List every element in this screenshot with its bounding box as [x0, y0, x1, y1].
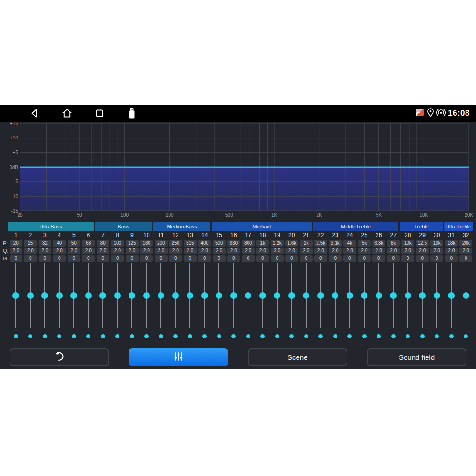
channel-dot[interactable] — [144, 334, 149, 338]
slider-knob[interactable] — [129, 292, 135, 299]
channel-dot[interactable] — [231, 334, 236, 338]
channel-dot[interactable] — [28, 334, 32, 338]
slider-knob[interactable] — [85, 292, 92, 299]
slider-knob[interactable] — [448, 292, 455, 299]
slider-knob[interactable] — [27, 292, 34, 299]
slider-knob[interactable] — [332, 292, 338, 299]
slider-knob[interactable] — [376, 292, 382, 299]
channel-dot[interactable] — [435, 334, 439, 338]
slider-knob[interactable] — [187, 292, 193, 299]
channel-dot[interactable] — [318, 334, 323, 338]
channel-dot[interactable] — [14, 334, 18, 338]
slider-knob[interactable] — [347, 292, 353, 299]
slider-knob[interactable] — [56, 292, 63, 299]
gain-chip: 0 — [459, 255, 472, 262]
slider-knob[interactable] — [463, 292, 469, 299]
scene-button[interactable]: Scene — [248, 348, 347, 366]
channel-dot[interactable] — [57, 334, 61, 338]
slider-knob[interactable] — [245, 292, 251, 299]
channel-dot[interactable] — [202, 334, 207, 338]
slider-knob[interactable] — [216, 292, 222, 299]
channel-dot[interactable] — [406, 334, 410, 338]
channel-dot[interactable] — [43, 334, 47, 338]
channel-number: 3 — [43, 232, 47, 238]
slider-knob[interactable] — [303, 292, 309, 299]
slider-knob[interactable] — [172, 292, 179, 299]
channel-dot[interactable] — [275, 334, 279, 338]
slider-knob[interactable] — [114, 292, 121, 299]
frequency-chip: 2k — [300, 240, 313, 247]
home-icon[interactable] — [61, 107, 73, 119]
channel-dot[interactable] — [420, 334, 425, 338]
band-button[interactable]: Treble — [400, 222, 443, 231]
q-chip: 2.0 — [184, 248, 197, 254]
usb-icon[interactable] — [126, 107, 138, 119]
band-button[interactable]: Bass — [95, 222, 152, 231]
channel-dot[interactable] — [260, 334, 265, 338]
slider-knob[interactable] — [434, 292, 440, 299]
gain-row-label: G: — [3, 256, 9, 261]
channel-dot[interactable] — [188, 334, 192, 338]
channel-dot[interactable] — [101, 334, 105, 338]
channel-dot[interactable] — [289, 334, 294, 338]
gain-chip: 0 — [184, 255, 197, 262]
channel-dot[interactable] — [173, 334, 178, 338]
slider-knob[interactable] — [99, 292, 106, 299]
channel-dot[interactable] — [72, 334, 76, 338]
gain-slider — [415, 263, 430, 328]
channel-dot[interactable] — [333, 334, 337, 338]
slider-knob[interactable] — [419, 292, 426, 299]
channel-dot[interactable] — [362, 334, 367, 338]
recents-icon[interactable] — [93, 107, 106, 119]
slider-knob[interactable] — [158, 292, 164, 299]
frequency-chip: 10k — [401, 240, 414, 247]
channel-number: 20 — [288, 232, 295, 238]
sound-field-button[interactable]: Sound field — [367, 348, 466, 366]
channel-dot[interactable] — [86, 334, 90, 338]
band-button[interactable]: UltraBass — [8, 222, 94, 231]
slider-knob[interactable] — [317, 292, 324, 299]
back-icon[interactable] — [29, 107, 41, 119]
slider-knob[interactable] — [405, 292, 411, 299]
frequency-chip: 1.6k — [285, 240, 298, 247]
gain-slider — [430, 263, 445, 328]
frequency-chip: 20 — [10, 240, 22, 247]
channel-dot[interactable] — [304, 334, 308, 338]
channel-dot[interactable] — [159, 334, 163, 338]
slider-knob[interactable] — [70, 292, 77, 299]
channel-dot[interactable] — [377, 334, 381, 338]
channel-dot[interactable] — [347, 334, 352, 338]
slider-knob[interactable] — [361, 292, 367, 299]
channel-dot[interactable] — [464, 334, 468, 338]
gain-chip: 0 — [285, 255, 298, 262]
channel-dot[interactable] — [391, 334, 396, 338]
frequency-chip: 20k — [459, 240, 472, 247]
channel-dot[interactable] — [115, 334, 119, 338]
frequency-chip: 630 — [227, 240, 240, 247]
band-button[interactable]: Mediant — [212, 222, 312, 231]
channel-dot[interactable] — [130, 334, 134, 338]
equalizer-button[interactable] — [129, 348, 228, 366]
channel-dot[interactable] — [449, 334, 454, 338]
gain-chip: 0 — [227, 255, 240, 262]
slider-knob[interactable] — [12, 292, 19, 299]
band-button[interactable]: UltraTreble — [444, 222, 473, 231]
band-button[interactable]: MediumBass — [153, 222, 210, 231]
slider-knob[interactable] — [230, 292, 237, 299]
band-label: MediumBass — [167, 224, 197, 229]
slider-knob[interactable] — [390, 292, 397, 299]
gain-slider — [299, 263, 314, 328]
slider-knob[interactable] — [259, 292, 266, 299]
slider-knob[interactable] — [201, 292, 208, 299]
gain-slider — [357, 263, 372, 328]
reset-button[interactable] — [10, 348, 109, 366]
band-button[interactable]: MiddleTreble — [313, 222, 399, 231]
channel-dot[interactable] — [217, 334, 221, 338]
slider-knob[interactable] — [288, 292, 295, 299]
q-chip: 2.0 — [285, 248, 298, 254]
slider-knob[interactable] — [274, 292, 280, 299]
channel-dot[interactable] — [246, 334, 250, 338]
channel-dot-row — [9, 334, 473, 338]
slider-knob[interactable] — [143, 292, 150, 299]
slider-knob[interactable] — [41, 292, 48, 299]
